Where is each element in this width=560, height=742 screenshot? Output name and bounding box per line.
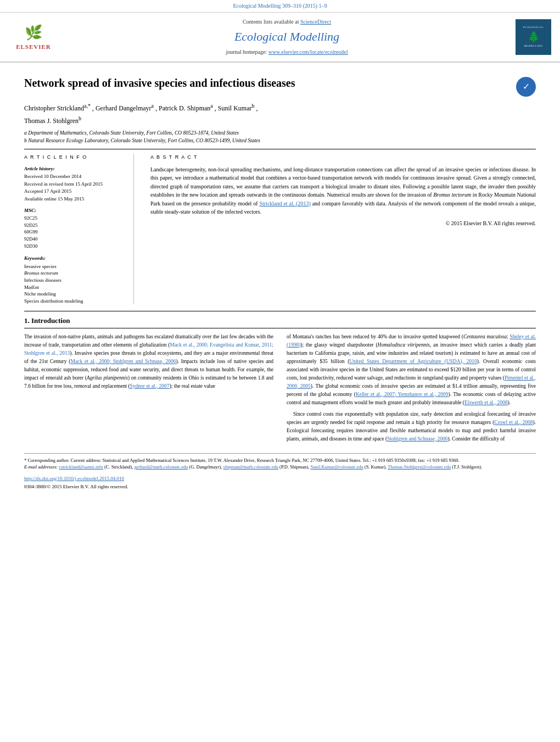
abstract-label: A B S T R A C T [150, 154, 536, 161]
author4: , Sunil Kumarb [215, 104, 255, 112]
keyword-2: Bromus tectorum [24, 270, 124, 277]
email-link-strickland[interactable]: cstrickland@samsi.info [59, 464, 103, 470]
email-link-gerhard[interactable]: gerhard@math.colostate.edu [135, 464, 188, 470]
two-col-info: A R T I C L E I N F O Article history: R… [24, 154, 536, 304]
keyword-5: Niche modeling [24, 291, 124, 298]
msc-code-5: 92D30 [24, 243, 124, 250]
eco-logo-icon: 🌲 [528, 31, 540, 43]
article-title-row: Network spread of invasive species and i… [24, 76, 536, 97]
keyword-6: Species distribution modeling [24, 298, 124, 305]
journal-citation: Ecological Modelling 309–310 (2015) 1–9 [233, 3, 327, 9]
author2: , Gerhard Dangelmayra [92, 104, 154, 112]
journal-homepage-line: journal homepage: www.elsevier.com/locat… [58, 48, 516, 56]
eco-logo-bottom-text: MODELLING [524, 44, 542, 48]
history-label: Article history: [24, 165, 124, 172]
abstract-col: A B S T R A C T Landscape heterogeneity,… [150, 154, 536, 304]
author3: , Patrick D. Shipmana [155, 104, 213, 112]
msc-code-4: 92D40 [24, 236, 124, 243]
email-link-kumar[interactable]: Sunil.Kumar@colostate.edu [311, 464, 363, 470]
divider-top [24, 149, 536, 149]
keywords-section: Keywords: Invasive species Bromus tector… [24, 255, 124, 304]
keyword-4: MatEnt [24, 284, 124, 291]
doi-link: http://dx.doi.org/10.1016/j.ecolmodel.20… [24, 475, 536, 482]
received-date: Received 10 December 2014 [24, 173, 124, 180]
body-col-right: of Montana's ranches has been reduced by… [287, 333, 536, 443]
crossmark-badge: ✓ [516, 77, 536, 97]
article-main: Network spread of invasive species and i… [0, 63, 560, 495]
footnote-emails: E-mail addresses: cstrickland@samsi.info… [24, 464, 536, 471]
msc-code-3: 60G99 [24, 228, 124, 236]
email-link-stohlgren[interactable]: Thomas.Stohlgren@colostate.edu [388, 464, 451, 470]
abstract-copyright: © 2015 Elsevier B.V. All rights reserved… [150, 220, 536, 227]
divider-mid [24, 311, 536, 311]
contents-line: Contents lists available at ScienceDirec… [58, 18, 516, 26]
affil-b: b Natural Resource Ecology Laboratory, C… [24, 137, 536, 144]
footnote-area: * Corresponding author. Current address:… [24, 453, 536, 471]
bottom-area: http://dx.doi.org/10.1016/j.ecolmodel.20… [24, 475, 536, 490]
intro-p3: Since control costs rise exponentially w… [287, 410, 536, 443]
eco-logo-top-text: ECOLOGICAL [523, 26, 544, 30]
footnote-corresponding: * Corresponding author. Current address:… [24, 457, 536, 464]
keyword-3: Infectious diseases [24, 277, 124, 284]
elsevier-icon: 🌿 [25, 23, 42, 43]
msc-section: MSC: 92C25 92D25 60G99 92D40 92D30 [24, 207, 124, 250]
authors-line: Christopher Stricklanda,* , Gerhard Dang… [24, 101, 536, 127]
author1: Christopher Stricklanda,* [24, 104, 91, 112]
journal-center: Contents lists available at ScienceDirec… [58, 18, 516, 56]
keyword-1: Invasive species [24, 263, 124, 270]
intro-p1: The invasion of non-native plants, anima… [24, 333, 273, 390]
intro-section-title: 1. Introduction [24, 316, 536, 328]
affiliations: a Department of Mathematics, Colorado St… [24, 129, 536, 145]
abstract-text: Landscape heterogeneity, non-local sprea… [150, 165, 536, 216]
top-bar: Ecological Modelling 309–310 (2015) 1–9 [0, 0, 560, 13]
two-col-body: The invasion of non-native plants, anima… [24, 333, 536, 443]
bottom-copyright: 0304-3800/© 2015 Elsevier B.V. All right… [24, 483, 536, 490]
journal-homepage-link[interactable]: www.elsevier.com/locate/ecolmodel [268, 49, 348, 55]
article-title: Network spread of invasive species and i… [24, 76, 508, 90]
keywords-label: Keywords: [24, 255, 124, 262]
journal-header: 🌿 ELSEVIER Contents lists available at S… [0, 13, 560, 63]
ecological-modelling-logo: ECOLOGICAL 🌲 MODELLING [516, 19, 551, 55]
accepted-date: Accepted 17 April 2015 [24, 188, 124, 195]
sciencedirect-link[interactable]: ScienceDirect [300, 19, 331, 25]
journal-title: Ecological Modelling [58, 29, 516, 46]
article-info-label: A R T I C L E I N F O [24, 154, 124, 161]
elsevier-logo: 🌿 ELSEVIER [9, 23, 58, 52]
received-revised: Received in revised form 15 April 2015 [24, 181, 124, 188]
email-link-shipman[interactable]: shipman@math.colostate.edu [223, 464, 278, 470]
elsevier-label: ELSEVIER [16, 43, 51, 51]
author5: Thomas J. Stohlgrenb [24, 117, 81, 125]
affil-a: a Department of Mathematics, Colorado St… [24, 129, 536, 137]
intro-section: 1. Introduction The invasion of non-nati… [24, 316, 536, 443]
article-info-col: A R T I C L E I N F O Article history: R… [24, 154, 134, 304]
msc-label: MSC: [24, 207, 124, 214]
body-col-left: The invasion of non-native plants, anima… [24, 333, 273, 443]
msc-code-1: 92C25 [24, 215, 124, 222]
available-date: Available online 15 May 2015 [24, 196, 124, 203]
intro-p2: of Montana's ranches has been reduced by… [287, 333, 536, 407]
msc-code-2: 92D25 [24, 222, 124, 229]
